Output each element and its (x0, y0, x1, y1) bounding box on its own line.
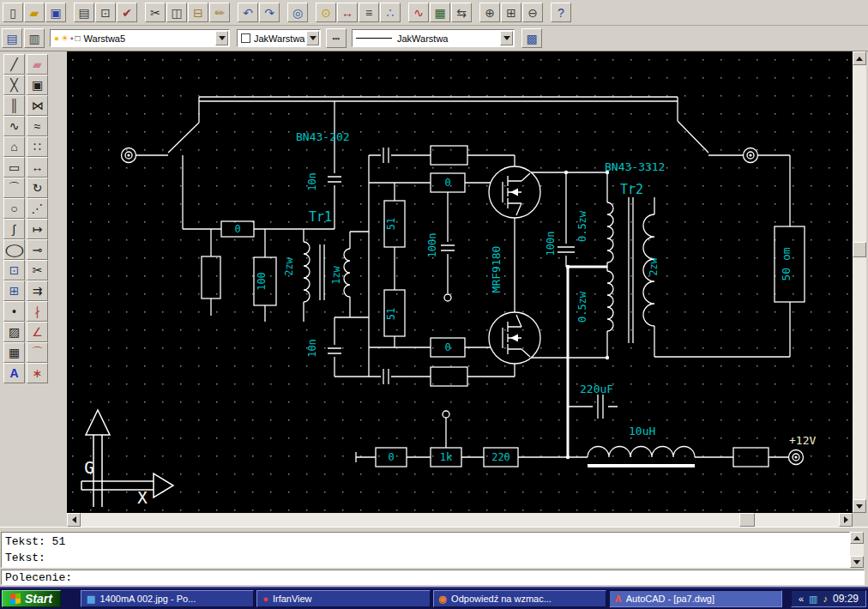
insert-block-button[interactable]: ⊡ (3, 260, 25, 280)
explode-button[interactable]: ∗ (27, 363, 48, 383)
linetype-combo[interactable]: JakWarstwa (352, 29, 515, 47)
object-snap-button[interactable]: ⊙ (316, 3, 336, 22)
linetype-icon: ┅ (333, 33, 340, 45)
linetype-button[interactable]: ┅ (326, 28, 347, 48)
multiline-button[interactable]: ║ (3, 95, 25, 116)
insert-hyperlink-button[interactable]: ◎ (287, 3, 308, 22)
multiline-text-button[interactable]: A (3, 363, 25, 383)
array-button[interactable]: ∷ (27, 136, 48, 157)
horizontal-scrollbar[interactable] (67, 513, 853, 527)
command-history-scrollbar[interactable] (850, 532, 864, 568)
help-button[interactable]: ? (551, 3, 571, 22)
new-button[interactable]: ▯ (3, 3, 23, 22)
list-button[interactable]: ≡ (359, 3, 379, 22)
scroll-right-button[interactable] (839, 513, 853, 527)
print-button[interactable]: ▤ (74, 3, 94, 22)
list-icon: ≡ (365, 7, 372, 19)
lengthen-button[interactable]: ⊸ (27, 239, 48, 260)
make-object-layer-current-button[interactable]: ▤ (2, 28, 22, 48)
array-icon: ∷ (33, 141, 41, 153)
layer-lock-icon[interactable]: ▪ (70, 33, 74, 43)
task-browser-button[interactable]: ◉Odpowiedź na wzmac... (433, 590, 606, 607)
mirror-button[interactable]: ⋈ (27, 95, 48, 116)
redraw-button[interactable]: ∿ (408, 3, 429, 22)
chamfer-button[interactable]: ∠ (27, 322, 48, 342)
trim-button[interactable]: ✂ (27, 260, 48, 280)
layers-button[interactable]: ▥ (24, 28, 45, 48)
start-button[interactable]: Start (2, 590, 61, 607)
open-button[interactable]: ▰ (24, 3, 45, 22)
copy-object-icon: ▣ (32, 79, 43, 91)
copy-object-button[interactable]: ▣ (27, 75, 48, 95)
copy-button[interactable]: ◫ (166, 3, 187, 22)
polyline-button[interactable]: ∿ (3, 116, 25, 136)
tray-collapse-icon[interactable]: « (799, 594, 804, 604)
zoom-previous-button[interactable]: ⊖ (522, 3, 543, 22)
zoom-realtime-button[interactable]: ⊕ (479, 3, 500, 22)
fillet-button[interactable]: ⌒ (27, 342, 48, 363)
trim-icon: ✂ (33, 264, 43, 276)
task-irfanview-button[interactable]: ●IrfanView (256, 590, 430, 607)
arc-button[interactable]: ⌒ (3, 178, 25, 198)
extend-button[interactable]: ⇉ (27, 280, 48, 301)
zoom-window-button[interactable]: ⊞ (501, 3, 521, 22)
properties-button[interactable]: ▩ (521, 28, 542, 48)
make-block-button[interactable]: ⊞ (3, 280, 25, 301)
polygon-button[interactable]: ⌂ (3, 136, 25, 157)
locate-point-button[interactable]: ∴ (380, 3, 401, 22)
ellipse-button[interactable]: ◯ (3, 239, 25, 260)
region-button[interactable]: ▦ (3, 342, 25, 363)
color-combo[interactable]: JakWarstwa (237, 29, 321, 47)
undo-button[interactable]: ↶ (238, 3, 258, 22)
erase-button[interactable]: ▰ (27, 54, 48, 75)
task-autocad-button[interactable]: AAutoCAD - [pa7.dwg] (609, 590, 782, 607)
tray-display-icon[interactable]: ▥ (809, 594, 817, 605)
match-properties-button[interactable]: ✏ (209, 3, 230, 22)
modify-toolbar: ▰▣⋈≈∷↔↻⋰↦⊸✂⇉∤∠⌒∗ (27, 54, 48, 383)
layer-combo-dropdown-button[interactable] (215, 31, 228, 45)
save-button[interactable]: ▣ (45, 3, 66, 22)
line-button[interactable]: ╱ (3, 54, 25, 75)
scroll-up-button[interactable] (853, 51, 866, 65)
construction-line-button[interactable]: ╳ (3, 75, 25, 95)
scroll-down-button[interactable] (853, 499, 866, 513)
scroll-left-button[interactable] (67, 513, 81, 527)
layer-color-icon[interactable]: □ (75, 33, 81, 43)
vertical-scroll-thumb[interactable] (853, 242, 866, 257)
point-button[interactable]: • (3, 301, 25, 322)
pan-realtime-button[interactable]: ⇆ (451, 3, 472, 22)
drawing-area[interactable]: BN43-202Tr110n10n1002zw1zw5151100n100n00… (67, 51, 853, 513)
scale-button[interactable]: ⋰ (27, 198, 48, 219)
redo-button[interactable]: ↷ (259, 3, 280, 22)
paste-button[interactable]: ⊟ (188, 3, 208, 22)
vertical-scrollbar[interactable] (853, 51, 866, 513)
circle-button[interactable]: ○ (3, 198, 25, 219)
color-combo-dropdown-button[interactable] (306, 31, 319, 45)
cut-button[interactable]: ✂ (145, 3, 166, 22)
layer-on-icon[interactable]: ● (54, 33, 59, 43)
circle-icon: ○ (10, 202, 17, 214)
rectangle-button[interactable]: ▭ (3, 157, 25, 178)
print-preview-button[interactable]: ⊡ (95, 3, 116, 22)
command-scroll-down-button[interactable] (850, 556, 864, 568)
spline-button[interactable]: ∫ (3, 219, 25, 239)
aerial-view-button[interactable]: ▦ (430, 3, 450, 22)
hatch-button[interactable]: ▨ (3, 322, 25, 342)
spelling-button[interactable]: ✔ (117, 3, 137, 22)
break-button[interactable]: ∤ (27, 301, 48, 322)
horizontal-scroll-thumb[interactable] (739, 513, 755, 527)
layer-combo[interactable]: ●☀▪□ Warstwa5 (50, 29, 230, 47)
linetype-combo-dropdown-button[interactable] (500, 31, 513, 45)
rotate-button[interactable]: ↻ (27, 178, 48, 198)
task-image-viewer-button[interactable]: ▦1400mA 002.jpg - Po... (81, 590, 254, 607)
command-prompt-input[interactable]: Polecenie: (1, 570, 865, 585)
offset-button[interactable]: ≈ (27, 116, 48, 136)
distance-button[interactable]: ↔ (337, 3, 358, 22)
stretch-button[interactable]: ↦ (27, 219, 48, 239)
tray-volume-icon[interactable]: ♪ (823, 594, 828, 604)
print-preview-icon: ⊡ (100, 7, 111, 19)
command-scroll-up-button[interactable] (850, 532, 864, 544)
move-button[interactable]: ↔ (27, 157, 48, 178)
layer-freeze-icon[interactable]: ☀ (61, 33, 69, 43)
make-object-layer-current-icon: ▤ (6, 33, 17, 45)
